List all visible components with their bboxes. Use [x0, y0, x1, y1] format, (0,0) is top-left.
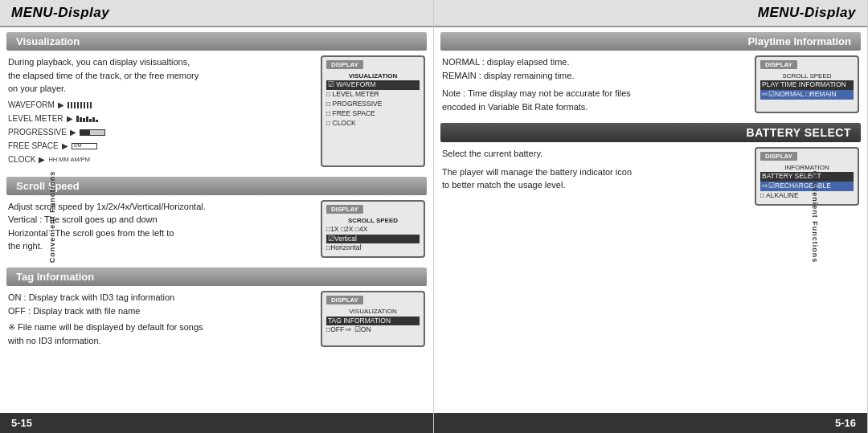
free-space-item: FREE SPACE ▶ 3/M	[8, 140, 314, 153]
scroll-speed-body: Adjust scroll speed by 1x/2x/4x/Vertical…	[0, 195, 433, 263]
tag-information-display: DISPLAY VISUALIZATION TAG INFORMATION □O…	[321, 291, 425, 347]
viz-items: WAVEFORM ▶ LEVEL METER ▶	[8, 99, 314, 166]
memory-icon: 3/M	[72, 143, 97, 149]
battery-body: Select the current battery. The player w…	[434, 142, 867, 210]
visualization-text: During playback, you can display visisua…	[8, 55, 314, 167]
left-page: MENU-Display Visualization During playba…	[0, 0, 434, 433]
tag-information-section: Tag Information ON : Display track with …	[0, 268, 433, 352]
tag-information-text: ON : Display track with ID3 tag informat…	[8, 291, 314, 347]
level-meter-item: LEVEL METER ▶	[8, 112, 314, 125]
left-footer: 5-15	[0, 413, 433, 433]
right-page: MENU-Display Playtime Information NORMAL…	[434, 0, 868, 433]
playtime-header: Playtime Information	[440, 32, 861, 51]
right-content: Playtime Information NORMAL : display el…	[434, 27, 867, 413]
left-content: Visualization During playback, you can d…	[0, 27, 433, 413]
level-meter-icon	[76, 116, 102, 122]
scroll-speed-section: Scroll Speed Adjust scroll speed by 1x/2…	[0, 177, 433, 263]
right-side-tab: Convenient Functions	[811, 170, 819, 263]
scroll-speed-header: Scroll Speed	[6, 177, 427, 195]
clock-item: CLOCK ▶ HH:MM AM/PM	[8, 153, 314, 166]
playtime-body: NORMAL : display elapsed time. REMAIN : …	[434, 51, 867, 118]
left-side-tab: Convenient Functions	[48, 170, 56, 263]
playtime-text: NORMAL : display elapsed time. REMAIN : …	[442, 55, 748, 113]
progressive-item: PROGRESSIVE ▶	[8, 126, 314, 139]
clock-icon: HH:MM AM/PM	[48, 155, 90, 165]
playtime-section: Playtime Information NORMAL : display el…	[434, 32, 867, 118]
visualization-display: DISPLAY VISUALIZATION ☑ WAVEFORM □ LEVEL…	[321, 55, 425, 167]
playtime-display: DISPLAY SCROLL SPEED PLAY TIME INFORMATI…	[755, 55, 859, 113]
battery-header: BATTERY SELECT	[440, 123, 861, 142]
battery-section: BATTERY SELECT Select the current batter…	[434, 123, 867, 210]
progress-icon	[80, 129, 105, 136]
visualization-header: Visualization	[6, 32, 427, 51]
scroll-speed-display: DISPLAY SCROLL SPEED □1X □2X □4X ☑Vertic…	[321, 200, 425, 259]
waveform-icon	[68, 102, 93, 108]
left-header: MENU-Display	[0, 0, 433, 27]
waveform-item: WAVEFORM ▶	[8, 99, 314, 112]
battery-text: Select the current battery. The player w…	[442, 147, 748, 206]
battery-display: DISPLAY INFORMATION BATTERY SELECT ⇨☑REC…	[755, 147, 859, 206]
right-footer: 5-16	[434, 413, 867, 433]
tag-information-header: Tag Information	[6, 268, 427, 286]
visualization-section: Visualization During playback, you can d…	[0, 32, 433, 172]
tag-information-body: ON : Display track with ID3 tag informat…	[0, 286, 433, 352]
visualization-body: During playback, you can display visisua…	[0, 51, 433, 172]
right-header: MENU-Display	[434, 0, 867, 27]
